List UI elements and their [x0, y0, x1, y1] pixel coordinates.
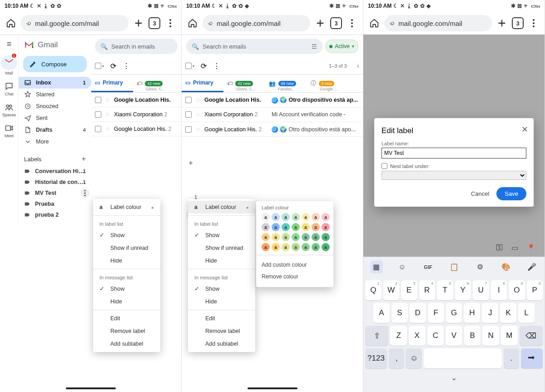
- cancel-button[interactable]: Cancel: [471, 190, 489, 197]
- home-icon[interactable]: [367, 16, 382, 30]
- new-tab-icon[interactable]: [131, 16, 146, 30]
- colour-swatch[interactable]: a: [322, 243, 330, 251]
- key-J[interactable]: J: [482, 303, 498, 323]
- more-icon[interactable]: ⋮: [123, 62, 130, 70]
- key-N[interactable]: N: [482, 326, 499, 346]
- key-K[interactable]: K: [500, 303, 516, 323]
- add-label-icon[interactable]: +: [82, 155, 86, 163]
- colour-swatch[interactable]: a: [292, 243, 300, 251]
- kb-gif-icon[interactable]: GIF: [422, 261, 435, 273]
- refresh-icon[interactable]: ⟳: [110, 62, 116, 70]
- colour-swatch[interactable]: a: [262, 243, 270, 251]
- keyboard-collapse-icon[interactable]: ⌄: [451, 373, 457, 382]
- menu-label-colour[interactable]: aLabel colour▸: [188, 201, 255, 213]
- label-name-input[interactable]: [382, 148, 526, 159]
- colour-swatch[interactable]: a: [302, 223, 310, 231]
- on-screen-keyboard[interactable]: Q1W2E3R4T5Y6U7I8O9P0 ASDFGHJKL ⇧ ZXCVBNM…: [363, 277, 545, 392]
- refresh-icon[interactable]: ⟳: [201, 62, 207, 70]
- label-context-menu[interactable]: aLabel colour▸ In label list ✓Show Show …: [93, 199, 160, 352]
- kb-grid-icon[interactable]: ▦: [370, 261, 383, 273]
- colour-swatch[interactable]: a: [262, 223, 270, 231]
- comma-key[interactable]: ,: [389, 348, 404, 368]
- label-context-menu[interactable]: aLabel colour▸ In label list ✓Show Show …: [188, 199, 255, 352]
- sidebar-item-drafts[interactable]: Drafts4: [19, 124, 91, 136]
- select-all-checkbox[interactable]: ▾: [95, 63, 104, 69]
- key-L[interactable]: L: [518, 303, 535, 323]
- key-D[interactable]: D: [410, 303, 426, 323]
- tab-count[interactable]: 3: [149, 17, 160, 29]
- sidebar-item-sent[interactable]: Sent: [19, 112, 91, 124]
- colour-swatch[interactable]: a: [272, 243, 280, 251]
- url-bar[interactable]: ꩜mail.google.com/mail: [21, 15, 129, 31]
- colour-swatch[interactable]: a: [292, 223, 300, 231]
- key-T[interactable]: T5: [437, 280, 453, 300]
- menu-show[interactable]: ✓Show: [93, 228, 160, 242]
- colour-swatch[interactable]: a: [292, 233, 300, 241]
- colour-swatch[interactable]: a: [282, 243, 290, 251]
- password-icon[interactable]: ⚿: [496, 243, 503, 252]
- more-icon[interactable]: ⋮: [213, 62, 220, 70]
- gesture-bar[interactable]: [66, 387, 116, 389]
- colour-swatch[interactable]: a: [322, 223, 330, 231]
- tab-count[interactable]: 3: [512, 17, 524, 29]
- label-item[interactable]: prueba 2: [19, 209, 91, 220]
- location-icon[interactable]: 📍: [526, 243, 535, 252]
- tab-promotions[interactable]: 🏷42 newGlovo, C...: [223, 74, 265, 92]
- tab-count[interactable]: 3: [330, 17, 342, 29]
- url-bar[interactable]: ꩜mail.google.com/mail: [203, 15, 310, 31]
- rail-mail[interactable]: 1 Mail: [1, 55, 17, 75]
- email-row[interactable]: ☆Google Location His.🌍 Otro dispositivo …: [182, 93, 363, 108]
- browser-menu-icon[interactable]: [163, 16, 178, 30]
- new-tab-icon[interactable]: [313, 16, 327, 30]
- period-key[interactable]: .: [504, 348, 519, 368]
- colour-swatch[interactable]: a: [302, 243, 310, 251]
- search-input[interactable]: 🔍Search in emails: [95, 39, 178, 54]
- prev-page-icon[interactable]: ‹: [357, 62, 359, 70]
- nest-parent-select[interactable]: [382, 171, 526, 180]
- key-P[interactable]: P0: [527, 280, 543, 300]
- symbols-key[interactable]: ?123: [365, 348, 387, 368]
- url-bar[interactable]: ꩜mail.google.com/mail: [384, 15, 492, 31]
- menu-label-colour[interactable]: aLabel colour▸: [93, 201, 160, 213]
- email-row[interactable]: ☆Google Location His. 2: [91, 122, 181, 136]
- nest-checkbox[interactable]: [382, 163, 387, 169]
- shift-key[interactable]: ⇧: [365, 326, 388, 346]
- key-F[interactable]: F: [428, 303, 444, 323]
- colour-swatch[interactable]: a: [262, 233, 270, 241]
- new-tab-icon[interactable]: [495, 16, 509, 30]
- key-G[interactable]: G: [446, 303, 462, 323]
- add-label-icon[interactable]: +: [184, 159, 197, 167]
- enter-key[interactable]: ⮕: [521, 348, 543, 368]
- tab-primary[interactable]: ▭Primary: [91, 74, 133, 92]
- colour-swatch[interactable]: a: [292, 213, 300, 221]
- key-B[interactable]: B: [464, 326, 481, 346]
- key-C[interactable]: C: [427, 326, 444, 346]
- home-icon[interactable]: [4, 16, 18, 30]
- browser-menu-icon[interactable]: [526, 16, 541, 30]
- rail-spaces[interactable]: Spaces: [2, 103, 16, 117]
- gesture-bar[interactable]: [248, 387, 297, 389]
- status-active-chip[interactable]: Active▾: [325, 40, 358, 53]
- label-item[interactable]: Prueba: [19, 198, 91, 209]
- colour-swatch[interactable]: a: [322, 213, 330, 221]
- emoji-key[interactable]: ☺: [406, 348, 421, 368]
- select-all-checkbox[interactable]: ▾: [185, 63, 194, 69]
- colour-swatch[interactable]: a: [312, 223, 320, 231]
- tab-promotions[interactable]: 🏷42 newGlovo, C...: [133, 74, 166, 92]
- email-row[interactable]: ☆Xiaomi Corporation 2: [91, 107, 181, 122]
- close-icon[interactable]: ✕: [521, 124, 528, 134]
- sidebar-item-snoozed[interactable]: Snoozed: [19, 100, 91, 112]
- tab-primary[interactable]: ▭Primary: [182, 74, 223, 92]
- key-H[interactable]: H: [464, 303, 480, 323]
- email-row[interactable]: ☆Google Location His. 2🌍 Otro dispositiv…: [182, 122, 363, 137]
- kb-mic-icon[interactable]: 🎤: [525, 261, 538, 273]
- key-R[interactable]: R4: [419, 280, 436, 300]
- sidebar-item-inbox[interactable]: Inbox1: [19, 77, 91, 89]
- rail-meet[interactable]: Meet: [5, 124, 14, 138]
- browser-menu-icon[interactable]: [345, 16, 359, 30]
- kb-theme-icon[interactable]: 🎨: [500, 261, 512, 273]
- colour-swatch[interactable]: a: [312, 213, 320, 221]
- tab-social[interactable]: 👥49 newFacebo...: [265, 74, 307, 92]
- label-item[interactable]: Historial de convers...1: [19, 177, 91, 188]
- colour-swatch[interactable]: a: [272, 223, 280, 231]
